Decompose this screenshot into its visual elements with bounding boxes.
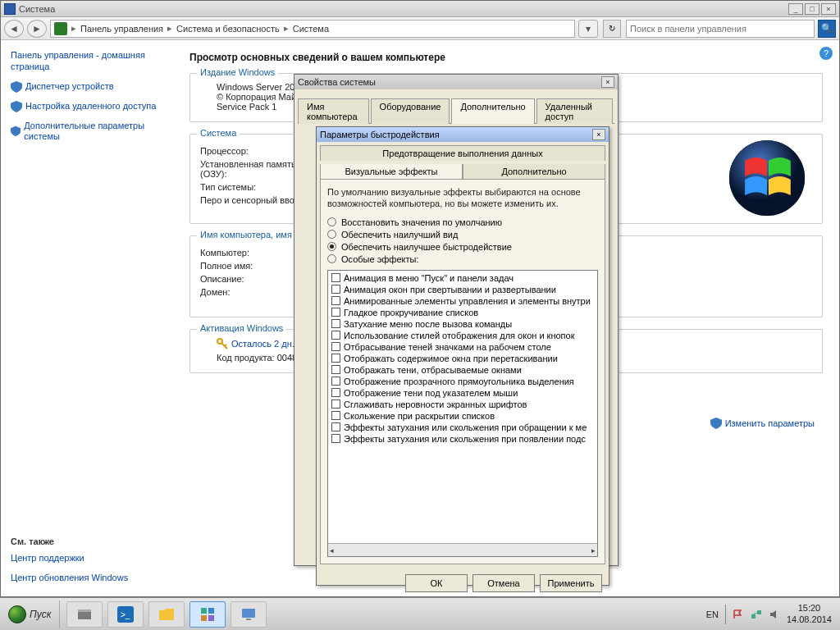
- breadcrumb-dropdown-button[interactable]: ▾: [578, 20, 598, 38]
- performance-options-dialog: Параметры быстродействия × Предотвращени…: [316, 126, 609, 586]
- sidebar-link-device-manager[interactable]: Диспетчер устройств: [11, 81, 163, 93]
- tab-advanced-perf[interactable]: Дополнительно: [463, 164, 605, 179]
- tab-remote[interactable]: Удаленный доступ: [536, 98, 613, 124]
- taskbar-server-manager[interactable]: [66, 601, 103, 628]
- tab-dep[interactable]: Предотвращение выполнения данных: [320, 145, 605, 161]
- svg-rect-8: [208, 608, 214, 614]
- effect-label: Отображать тени, отбрасываемые окнами: [344, 365, 522, 375]
- perf-body: По умолчанию визуальные эффекты выбирают…: [320, 179, 605, 564]
- checkbox-icon[interactable]: [331, 388, 340, 397]
- effect-label: Отображать содержимое окна при перетаски…: [344, 354, 558, 363]
- tray-sound-icon[interactable]: [769, 609, 780, 620]
- checkbox-icon[interactable]: [331, 422, 340, 431]
- refresh-button[interactable]: ↻: [603, 20, 621, 38]
- checkbox-icon[interactable]: [331, 342, 340, 351]
- checkbox-icon[interactable]: [331, 411, 340, 420]
- see-also-support[interactable]: Центр поддержки: [11, 553, 163, 564]
- perf-button-row: ОК Отмена Применить: [317, 568, 609, 599]
- checkbox-icon[interactable]: [331, 434, 340, 443]
- crumb-1[interactable]: Система и безопасность: [173, 24, 283, 34]
- taskbar-system[interactable]: [231, 601, 267, 628]
- ok-button[interactable]: ОК: [405, 574, 468, 592]
- taskbar-explorer[interactable]: [148, 601, 185, 628]
- cancel-button[interactable]: Отмена: [472, 574, 535, 592]
- taskbar-powershell[interactable]: >_: [107, 601, 144, 628]
- perf-close-button[interactable]: ×: [592, 129, 605, 140]
- tab-hardware[interactable]: Оборудование: [371, 98, 450, 124]
- powershell-icon: >_: [117, 606, 134, 623]
- close-button[interactable]: ×: [821, 3, 836, 15]
- effect-row[interactable]: Гладкое прокручивание списков: [330, 307, 596, 318]
- effect-row[interactable]: Эффекты затухания или скольжения при поя…: [330, 433, 596, 445]
- radio-option-2[interactable]: Обеспечить наилучшее быстродействие: [327, 242, 598, 252]
- effect-row[interactable]: Анимированные элементы управления и элем…: [330, 295, 596, 307]
- navbar: ◄ ► ▸ Панель управления ▸ Система и безо…: [1, 17, 839, 40]
- checkbox-icon[interactable]: [331, 296, 340, 305]
- effect-row[interactable]: Анимация в меню "Пуск" и панели задач: [330, 272, 596, 284]
- sidebar-link-remote[interactable]: Настройка удаленного доступа: [11, 101, 163, 112]
- effect-row[interactable]: Отбрасывание теней значками на рабочем с…: [330, 341, 596, 353]
- effect-label: Скольжение при раскрытии списков: [344, 411, 495, 421]
- checkbox-icon[interactable]: [331, 319, 340, 328]
- maximize-button[interactable]: □: [805, 3, 819, 15]
- radio-option-1[interactable]: Обеспечить наилучший вид: [327, 230, 598, 240]
- checkbox-icon[interactable]: [331, 273, 340, 282]
- checkbox-icon[interactable]: [331, 365, 340, 374]
- sidebar-link-advanced[interactable]: Дополнительные параметры системы: [11, 121, 163, 144]
- sidebar-home-link[interactable]: Панель управления - домашняя страница: [11, 50, 163, 73]
- effect-row[interactable]: Скольжение при раскрытии списков: [330, 410, 596, 422]
- crumb-0[interactable]: Панель управления: [77, 24, 167, 34]
- search-box[interactable]: [626, 20, 815, 38]
- svg-rect-10: [208, 615, 214, 621]
- radio-label: Обеспечить наилучшее быстродействие: [341, 242, 512, 252]
- effect-row[interactable]: Отображать содержимое окна при перетаски…: [330, 353, 596, 364]
- tab-advanced[interactable]: Дополнительно: [451, 98, 534, 124]
- effect-row[interactable]: Эффекты затухания или скольжения при обр…: [330, 422, 596, 433]
- checkbox-icon[interactable]: [331, 331, 340, 340]
- radio-icon: [327, 254, 336, 263]
- effect-row[interactable]: Отображение тени под указателем мыши: [330, 387, 596, 399]
- effect-row[interactable]: Отображение прозрачного прямоугольника в…: [330, 376, 596, 387]
- clock[interactable]: 15:20 14.08.2014: [787, 603, 832, 624]
- see-also-update[interactable]: Центр обновления Windows: [11, 573, 163, 584]
- start-button[interactable]: Пуск: [0, 600, 60, 628]
- effect-row[interactable]: Анимация окон при свертывании и разверты…: [330, 284, 596, 295]
- effect-row[interactable]: Сглаживать неровности экранных шрифтов: [330, 399, 596, 410]
- effect-label: Эффекты затухания или скольжения при обр…: [344, 422, 587, 432]
- tab-computer-name[interactable]: Имя компьютера: [298, 98, 369, 124]
- checkbox-icon[interactable]: [331, 399, 340, 409]
- effect-row[interactable]: Затухание меню после вызова команды: [330, 318, 596, 330]
- main-heading: Просмотр основных сведений о вашем компь…: [189, 52, 823, 63]
- lang-indicator[interactable]: EN: [706, 609, 719, 619]
- perf-titlebar[interactable]: Параметры быстродействия ×: [317, 127, 609, 142]
- taskbar-control-panel[interactable]: [189, 601, 226, 628]
- tray-network-icon[interactable]: [751, 609, 762, 620]
- effect-label: Отображение тени под указателем мыши: [344, 388, 518, 398]
- svg-rect-11: [242, 609, 255, 618]
- effect-label: Использование стилей отображения для око…: [344, 331, 574, 340]
- checkbox-icon[interactable]: [331, 285, 340, 294]
- radio-option-0[interactable]: Восстановить значения по умолчанию: [327, 217, 598, 227]
- breadcrumb[interactable]: ▸ Панель управления ▸ Система и безопасн…: [50, 20, 575, 38]
- checkbox-icon[interactable]: [331, 354, 340, 363]
- checkbox-icon[interactable]: [331, 308, 340, 317]
- radio-option-3[interactable]: Особые эффекты:: [327, 254, 598, 264]
- effect-row[interactable]: Отображать тени, отбрасываемые окнами: [330, 364, 596, 376]
- crumb-2[interactable]: Система: [290, 24, 332, 34]
- effect-row[interactable]: Использование стилей отображения для око…: [330, 330, 596, 341]
- nav-forward-button[interactable]: ►: [27, 20, 47, 38]
- nav-back-button[interactable]: ◄: [4, 20, 24, 38]
- change-params-link[interactable]: Изменить параметры: [710, 418, 815, 429]
- props-close-button[interactable]: ×: [601, 76, 614, 88]
- apply-button[interactable]: Применить: [540, 574, 602, 592]
- minimize-button[interactable]: _: [788, 3, 803, 15]
- tab-visual-effects[interactable]: Визуальные эффекты: [320, 164, 463, 179]
- search-input[interactable]: [627, 21, 814, 37]
- checkbox-icon[interactable]: [331, 377, 340, 386]
- effects-list[interactable]: Анимация в меню "Пуск" и панели задачАни…: [327, 270, 598, 557]
- props-titlebar[interactable]: Свойства системы ×: [294, 75, 618, 89]
- effects-hscrollbar[interactable]: ◂▸: [328, 543, 597, 556]
- tray-flag-icon[interactable]: [733, 609, 744, 620]
- system-icon: [4, 3, 16, 15]
- search-button[interactable]: 🔍: [818, 20, 836, 38]
